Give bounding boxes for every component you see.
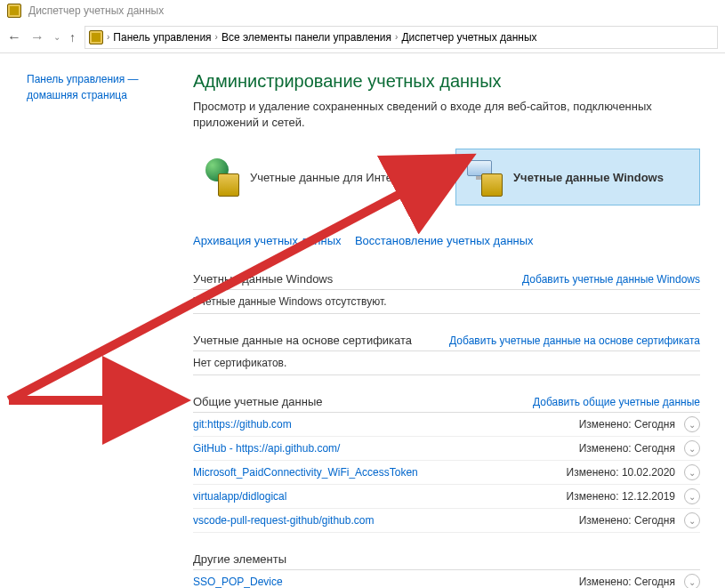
entry-modified: Изменено: Сегодня	[579, 514, 675, 527]
credential-entry[interactable]: git:https://github.comИзменено: Сегодня⌄	[193, 413, 700, 437]
page-title: Администрирование учетных данных	[193, 71, 700, 92]
credential-type-tiles: Учетные данные для Интернета Учетные дан…	[193, 149, 700, 205]
breadcrumb-item-2[interactable]: Диспетчер учетных данных	[401, 31, 536, 44]
entry-meta-wrap: Изменено: 12.12.2019⌄	[567, 488, 700, 504]
control-panel-home-link[interactable]: Панель управления — домашняя страница	[27, 71, 179, 103]
breadcrumb-icon	[89, 30, 103, 44]
forward-button[interactable]: →	[30, 29, 44, 45]
credential-entry[interactable]: virtualapp/didlogicalИзменено: 12.12.201…	[193, 485, 700, 509]
section-title: Другие элементы	[193, 552, 286, 566]
entry-meta-wrap: Изменено: Сегодня⌄	[579, 512, 700, 528]
web-credentials-tile[interactable]: Учетные данные для Интернета	[193, 149, 438, 205]
credentials-section: Учетные данные на основе сертификатаДоба…	[193, 330, 700, 375]
add-credential-link[interactable]: Добавить учетные данные Windows	[522, 273, 700, 286]
window-title: Диспетчер учетных данных	[28, 4, 164, 17]
breadcrumb[interactable]: › Панель управления › Все элементы панел…	[85, 26, 718, 49]
history-dropdown-icon[interactable]: ⌄	[53, 32, 60, 42]
entry-meta-wrap: Изменено: Сегодня⌄	[579, 574, 700, 588]
chevron-down-icon[interactable]: ⌄	[684, 464, 700, 480]
section-empty-message: Учетные данные Windows отсутствуют.	[193, 290, 700, 314]
action-links: Архивация учетных данных Восстановление …	[193, 234, 700, 247]
section-empty-message: Нет сертификатов.	[193, 351, 700, 375]
entry-name[interactable]: virtualapp/didlogical	[193, 490, 286, 503]
entry-name[interactable]: GitHub - https://api.github.com/	[193, 442, 340, 455]
entry-name[interactable]: Microsoft_PaidConnectivity_WiFi_AccessTo…	[193, 466, 418, 479]
chevron-down-icon[interactable]: ⌄	[684, 512, 700, 528]
section-title: Учетные данные на основе сертификата	[193, 334, 412, 347]
windows-credentials-tile[interactable]: Учетные данные Windows	[455, 149, 700, 205]
section-title: Учетные данные Windows	[193, 272, 333, 286]
breadcrumb-item-0[interactable]: Панель управления	[113, 31, 211, 44]
credentials-section: Общие учетные данныеДобавить общие учетн…	[193, 391, 700, 533]
entry-modified: Изменено: Сегодня	[579, 442, 675, 455]
chevron-right-icon[interactable]: ›	[395, 32, 398, 42]
credentials-section: Учетные данные WindowsДобавить учетные д…	[193, 269, 700, 314]
entry-modified: Изменено: Сегодня	[579, 576, 675, 588]
credential-entry[interactable]: GitHub - https://api.github.com/Изменено…	[193, 437, 700, 461]
breadcrumb-item-1[interactable]: Все элементы панели управления	[222, 31, 391, 44]
chevron-down-icon[interactable]: ⌄	[684, 574, 700, 588]
title-bar: Диспетчер учетных данных	[0, 0, 725, 21]
entry-meta-wrap: Изменено: 10.02.2020⌄	[567, 464, 700, 480]
credential-entry[interactable]: vscode-pull-request-github/github.comИзм…	[193, 509, 700, 533]
computer-safe-icon	[463, 157, 504, 197]
section-header: Другие элементы	[193, 549, 700, 570]
section-header: Учетные данные WindowsДобавить учетные д…	[193, 269, 700, 290]
entry-modified: Изменено: Сегодня	[579, 418, 675, 431]
credential-entry[interactable]: SSO_POP_DeviceИзменено: Сегодня⌄	[193, 570, 700, 588]
section-header: Учетные данные на основе сертификатаДоба…	[193, 330, 700, 351]
entry-name[interactable]: git:https://github.com	[193, 418, 292, 431]
entry-meta-wrap: Изменено: Сегодня⌄	[579, 440, 700, 456]
entry-modified: Изменено: 10.02.2020	[567, 466, 675, 479]
entry-name[interactable]: SSO_POP_Device	[193, 576, 283, 588]
globe-safe-icon	[200, 157, 241, 197]
section-header: Общие учетные данныеДобавить общие учетн…	[193, 391, 700, 413]
chevron-down-icon[interactable]: ⌄	[684, 416, 700, 432]
chevron-down-icon[interactable]: ⌄	[684, 488, 700, 504]
sidebar: Панель управления — домашняя страница	[0, 53, 189, 588]
back-button[interactable]: ←	[7, 29, 21, 45]
tile-label: Учетные данные для Интернета	[250, 171, 423, 184]
entry-name[interactable]: vscode-pull-request-github/github.com	[193, 514, 374, 527]
chevron-down-icon[interactable]: ⌄	[684, 440, 700, 456]
up-button[interactable]: ↑	[69, 30, 76, 44]
app-icon	[7, 4, 21, 18]
credential-entry[interactable]: Microsoft_PaidConnectivity_WiFi_AccessTo…	[193, 461, 700, 485]
add-credential-link[interactable]: Добавить учетные данные на основе сертиф…	[449, 334, 700, 347]
tile-label: Учетные данные Windows	[513, 171, 664, 184]
chevron-right-icon[interactable]: ›	[107, 32, 109, 42]
section-title: Общие учетные данные	[193, 395, 323, 408]
chevron-right-icon[interactable]: ›	[215, 32, 218, 42]
main-panel: Администрирование учетных данных Просмот…	[189, 53, 725, 588]
nav-bar: ← → ⌄ ↑ › Панель управления › Все элемен…	[0, 21, 725, 53]
add-credential-link[interactable]: Добавить общие учетные данные	[533, 396, 700, 408]
restore-credentials-link[interactable]: Восстановление учетных данных	[355, 234, 534, 247]
entry-meta-wrap: Изменено: Сегодня⌄	[579, 416, 700, 432]
entry-modified: Изменено: 12.12.2019	[567, 490, 675, 503]
credentials-section: Другие элементыSSO_POP_DeviceИзменено: С…	[193, 549, 700, 588]
backup-credentials-link[interactable]: Архивация учетных данных	[193, 234, 342, 247]
page-description: Просмотр и удаление сохраненных сведений…	[193, 99, 700, 131]
